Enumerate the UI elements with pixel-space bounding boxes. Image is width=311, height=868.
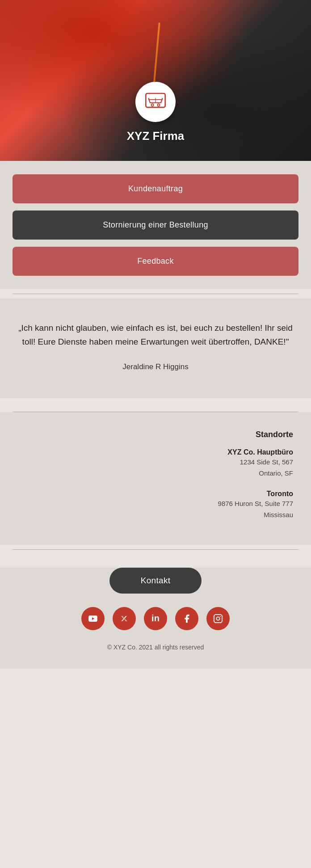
svg-point-6	[216, 617, 219, 620]
svg-point-7	[220, 616, 221, 617]
location-1-address-line1: 1234 Side St, 567	[18, 456, 293, 468]
logo-container	[135, 82, 176, 122]
feedback-button[interactable]: Feedback	[13, 247, 298, 276]
hero-section: XYZ Firma	[0, 0, 311, 161]
youtube-icon[interactable]	[81, 607, 105, 630]
nav-section: Kundenauftrag Stornierung einer Bestellu…	[0, 161, 311, 289]
kundenauftrag-button[interactable]: Kundenauftrag	[13, 174, 298, 203]
company-name: XYZ Firma	[127, 129, 185, 143]
locations-title: Standorte	[18, 430, 293, 439]
social-icons-row: in	[81, 607, 230, 630]
svg-point-1	[151, 104, 153, 106]
footer-section: Kontakt in © XYZ Co. 202	[0, 568, 311, 669]
nav-divider	[13, 294, 298, 294]
location-2-address-line1: 9876 Huron St, Suite 777	[18, 498, 293, 510]
instagram-icon[interactable]	[206, 607, 230, 630]
testimonial-author: Jeraldine R Higgins	[18, 362, 293, 371]
testimonial-section: „Ich kann nicht glauben, wie einfach es …	[0, 299, 311, 398]
linkedin-label: in	[151, 613, 160, 624]
location-2-address-line2: Mississau	[18, 509, 293, 521]
testimonial-quote: „Ich kann nicht glauben, wie einfach es …	[18, 321, 293, 349]
location-1: XYZ Co. Hauptbüro 1234 Side St, 567 Onta…	[18, 448, 293, 479]
locations-section: Standorte XYZ Co. Hauptbüro 1234 Side St…	[0, 412, 311, 545]
location-1-name: XYZ Co. Hauptbüro	[18, 448, 293, 456]
svg-rect-5	[214, 615, 222, 623]
footer-divider	[13, 549, 298, 550]
linkedin-icon[interactable]: in	[144, 607, 167, 630]
stornierung-button[interactable]: Stornierung einer Bestellung	[13, 211, 298, 240]
kontakt-button[interactable]: Kontakt	[109, 568, 202, 594]
copyright-text: © XYZ Co. 2021 all rights reserved	[107, 644, 204, 651]
facebook-icon[interactable]	[175, 607, 198, 630]
location-2-name: Toronto	[18, 490, 293, 498]
location-2: Toronto 9876 Huron St, Suite 777 Mississ…	[18, 490, 293, 521]
shopping-cart-icon	[144, 90, 167, 114]
twitter-x-icon[interactable]	[113, 607, 136, 630]
location-1-address-line2: Ontario, SF	[18, 468, 293, 479]
svg-point-2	[157, 104, 160, 106]
